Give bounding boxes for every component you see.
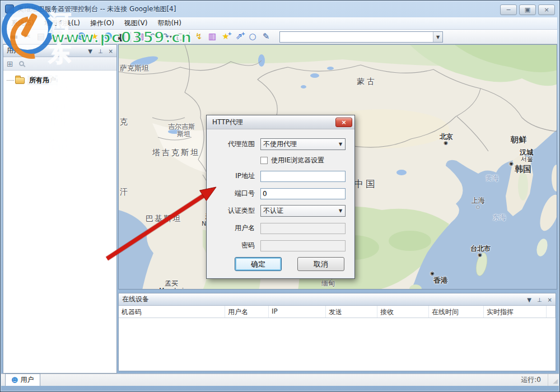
dropdown-caret: ▾ — [170, 34, 172, 39]
dialog-close-button[interactable]: × — [335, 118, 352, 127]
user-icon-glyph: ☻ — [77, 32, 86, 41]
disconnect-icon[interactable]: ✂ — [21, 31, 34, 43]
device-collapse-button[interactable]: ▼ — [527, 297, 531, 303]
column-header-online-time: 在线时间 — [429, 306, 484, 318]
map-label-shanghai: 上海 — [472, 197, 485, 204]
toolbar: ▬✂▤☁☁☻★☻▆▥↶▾↷▾▢↯▥★+⇗+○✎ ▼ — [3, 30, 557, 44]
users-panel-title: 用户 — [7, 46, 82, 55]
map-label-mumbai-en: Mumbai — [159, 287, 184, 290]
menu-map-switch[interactable]: 地图切换(L) — [39, 17, 85, 29]
device-close-button[interactable]: × — [548, 297, 552, 303]
map-label-kyrgyz-2: 斯坦 — [177, 130, 190, 137]
username-input — [260, 223, 346, 234]
cloud-download-icon[interactable]: ☁ — [48, 31, 61, 43]
password-input — [260, 240, 346, 251]
online-devices-title: 在线设备 — [122, 295, 521, 304]
auth-type-label: 认证类型 — [207, 206, 255, 216]
menu-operation[interactable]: 操作(O) — [85, 17, 119, 29]
user-icon[interactable]: ☻ — [74, 31, 88, 43]
sidebar-close-button[interactable]: × — [109, 48, 113, 54]
ruler-icon[interactable]: ▥ — [206, 31, 219, 43]
ie-settings-label: 使用IE浏览器设置 — [271, 156, 324, 165]
menu-bar: 系统(S)地图切换(L)操作(O)视图(V)帮助(H) — [3, 17, 557, 30]
map-label-taipei: 台北市 — [470, 245, 491, 252]
column-header-realtime-command: 实时指挥 — [484, 306, 547, 318]
window-controls: ─▣× — [500, 4, 555, 15]
tree-connector — [7, 80, 14, 81]
menu-view[interactable]: 视图(V) — [119, 17, 153, 29]
map-label-kazakhstan: 萨克斯坦 — [120, 64, 149, 72]
ip-address-input[interactable] — [260, 171, 346, 182]
column-header-ip: IP — [269, 306, 326, 318]
close-button[interactable]: × — [538, 4, 555, 15]
measure-icon-glyph: ↯ — [195, 32, 203, 41]
undo-icon-glyph: ↶ — [148, 32, 156, 41]
ie-settings-checkbox[interactable] — [260, 157, 268, 164]
restore-button[interactable]: ▣ — [519, 4, 536, 15]
tree-item-all-users[interactable]: 所有用户 — [7, 75, 113, 85]
redo-icon[interactable]: ↷▾ — [160, 31, 174, 43]
select-region-icon-glyph: ▢ — [176, 32, 184, 41]
users-panel-buttons: ▼⊥× — [82, 47, 113, 55]
port-input[interactable] — [260, 188, 346, 199]
status-bar: 就绪 运行:0 ◢ — [1, 374, 559, 386]
cloud-upload-icon[interactable]: ☁ — [61, 31, 74, 43]
undo-icon[interactable]: ↶▾ — [147, 31, 160, 43]
users-panel-header: 用户 ▼⊥× — [3, 45, 116, 57]
dialog-title: HTTP代理 — [212, 118, 335, 127]
draw-icon[interactable]: ✎ — [259, 31, 273, 43]
device-pin-button[interactable]: ⊥ — [537, 297, 542, 303]
search-icon[interactable] — [19, 61, 24, 66]
select-region-icon[interactable]: ▢ — [174, 31, 187, 43]
measure-icon[interactable]: ↯ — [192, 31, 206, 43]
tab-users[interactable]: ☻用户 — [5, 374, 40, 386]
map-label-tajikistan: 塔吉克斯坦 — [152, 148, 200, 156]
tree-item-label: 所有用户 — [27, 76, 58, 85]
log-icon[interactable]: ▤ — [34, 31, 48, 43]
map-source-combo-input[interactable] — [280, 32, 433, 42]
ok-button[interactable]: 确定 — [235, 257, 282, 271]
log-icon-glyph: ▤ — [37, 32, 45, 41]
chevron-down-icon[interactable]: ▼ — [433, 32, 442, 42]
cancel-button[interactable]: 取消 — [297, 257, 344, 271]
friends-icon[interactable]: ☻ — [101, 31, 115, 43]
users-panel-toolbar: ⊞ — [3, 57, 116, 71]
sidebar-pin-button[interactable]: ⊥ — [98, 48, 103, 54]
copy-list-icon[interactable]: ⊞ — [7, 59, 13, 68]
sidebar-collapse-button[interactable]: ▼ — [88, 48, 92, 54]
disconnect-icon-glyph: ✂ — [24, 32, 31, 41]
map-label-seoul-kr: 서울 — [521, 156, 533, 162]
circle-icon[interactable]: ○ — [246, 31, 259, 43]
map-label-hongkong: 香港 — [433, 277, 448, 284]
dropdown-caret: ▾ — [156, 34, 158, 39]
menu-system[interactable]: 系统(S) — [6, 17, 39, 29]
column-header-machine-code: 机器码 — [119, 306, 225, 318]
connect-icon[interactable]: ▬ — [7, 31, 21, 43]
map-marker-shanghai: ○ — [476, 205, 480, 209]
map-marker-taipei: ◉ — [478, 253, 482, 258]
circle-icon-glyph: ○ — [249, 32, 256, 41]
user-icon: ☻ — [11, 377, 18, 384]
window-title: 奥维地图服务器管理控制台 -- 未连接 Google地图[4] — [17, 4, 176, 14]
column-header-sent: 发送 — [326, 306, 377, 318]
column-header-username: 用户名 — [225, 306, 269, 318]
toolbar-separator — [189, 32, 190, 42]
favorites-icon[interactable]: ★ — [88, 31, 101, 43]
plus-badge: + — [241, 31, 245, 36]
app-window: 奥维地图服务器管理控制台 -- 未连接 Google地图[4] ─▣× 系统(S… — [0, 0, 560, 392]
proxy-scope-value: 不使用代理 — [261, 139, 336, 149]
column-header-received: 接收 — [377, 306, 429, 318]
add-favorite-icon[interactable]: ★+ — [219, 31, 232, 43]
auth-type-select[interactable]: 不认证 ▼ — [260, 205, 346, 217]
menu-help[interactable]: 帮助(H) — [152, 17, 186, 29]
map-label-mongolia: 蒙古 — [357, 77, 377, 85]
device-table-body[interactable] — [119, 318, 556, 371]
resize-grip[interactable]: ◢ — [548, 374, 559, 386]
minimize-button[interactable]: ─ — [500, 4, 517, 15]
delete-icon[interactable]: ▥ — [133, 31, 147, 43]
map-source-combobox[interactable]: ▼ — [279, 31, 443, 43]
add-track-icon[interactable]: ⇗+ — [232, 31, 246, 43]
column-header-filler — [547, 306, 556, 318]
print-icon[interactable]: ▆ — [115, 31, 128, 43]
proxy-scope-select[interactable]: 不使用代理 ▼ — [260, 138, 346, 150]
